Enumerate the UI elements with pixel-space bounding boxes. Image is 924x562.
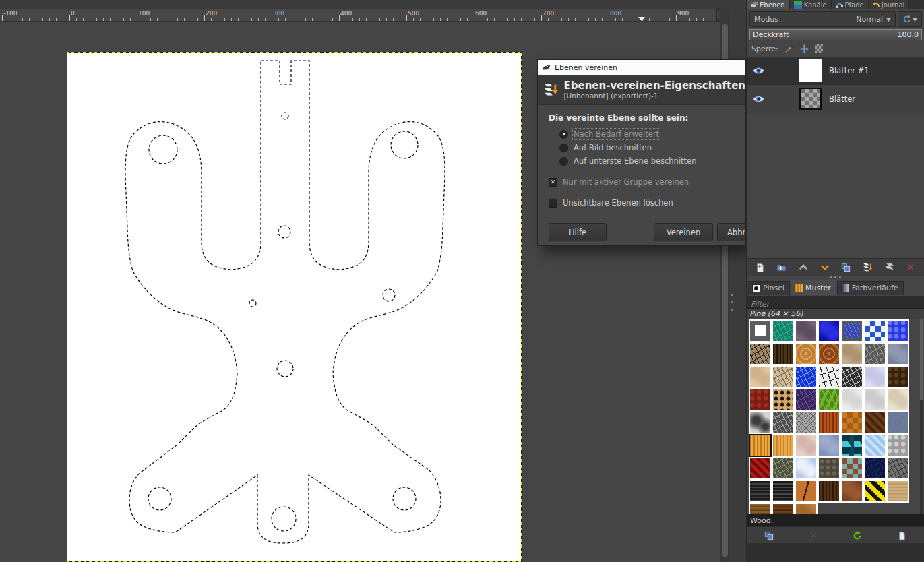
lock-position-button[interactable] xyxy=(800,44,809,53)
pattern-swatch[interactable] xyxy=(795,342,818,365)
pattern-swatch[interactable] xyxy=(772,411,795,434)
pattern-swatch[interactable] xyxy=(886,480,909,503)
tab-patterns[interactable]: Muster xyxy=(791,280,836,295)
tab-channels[interactable]: Kanäle xyxy=(790,0,832,9)
cancel-button[interactable]: Abbrechen xyxy=(717,223,746,241)
lower-layer-button[interactable] xyxy=(817,261,833,274)
checkbox-merge-within-group[interactable]: Nur mit aktiver Gruppe vereinen xyxy=(549,175,735,189)
pattern-swatch[interactable] xyxy=(818,319,840,342)
pattern-swatch[interactable] xyxy=(795,365,818,388)
tab-history[interactable]: Journal xyxy=(869,0,910,9)
checkbox-icon[interactable] xyxy=(549,199,557,208)
pattern-swatch[interactable] xyxy=(772,480,795,503)
checkbox-discard-invisible[interactable]: Unsichtbare Ebenen löschen xyxy=(549,196,735,210)
pattern-swatch[interactable] xyxy=(818,457,840,480)
duplicate-pattern-button[interactable] xyxy=(761,529,777,542)
layer-row[interactable]: Blätter xyxy=(747,85,924,113)
pattern-swatch[interactable] xyxy=(772,365,795,388)
pattern-swatch[interactable] xyxy=(840,457,863,480)
pattern-swatch[interactable] xyxy=(795,388,818,411)
tab-layers[interactable]: Ebenen xyxy=(747,0,790,9)
radio-clipped-to-image[interactable]: Auf Bild beschnitten xyxy=(559,141,735,154)
pattern-swatch[interactable] xyxy=(749,434,772,457)
pattern-swatch[interactable] xyxy=(818,388,840,411)
refresh-patterns-button[interactable] xyxy=(849,529,865,542)
pattern-swatch[interactable] xyxy=(886,411,909,434)
pattern-swatch[interactable] xyxy=(749,457,772,480)
anchor-layer-button[interactable] xyxy=(881,261,897,274)
mode-dropdown[interactable]: Modus Normal▼ xyxy=(749,11,896,27)
pattern-swatch[interactable] xyxy=(772,319,795,342)
pattern-swatch[interactable] xyxy=(749,503,772,514)
pattern-swatch[interactable] xyxy=(840,480,863,503)
pattern-swatch[interactable] xyxy=(863,365,886,388)
pattern-swatch[interactable] xyxy=(772,434,795,457)
pattern-swatch[interactable] xyxy=(749,388,772,411)
pattern-swatch[interactable] xyxy=(749,342,772,365)
pattern-swatch[interactable] xyxy=(818,411,840,434)
delete-layer-button[interactable]: ✕ xyxy=(902,261,919,274)
raise-layer-button[interactable] xyxy=(795,261,811,274)
help-button[interactable]: Hilfe xyxy=(549,223,607,241)
layer-thumbnail[interactable] xyxy=(799,88,822,110)
pattern-swatch[interactable] xyxy=(795,457,818,480)
dialog-titlebar[interactable]: Ebenen vereinen xyxy=(538,60,745,75)
layer-thumbnail[interactable] xyxy=(799,59,822,82)
pattern-swatch[interactable] xyxy=(772,503,795,514)
pattern-swatch[interactable] xyxy=(840,319,863,342)
pattern-grid-scrollbar-thumb[interactable] xyxy=(920,319,923,400)
pattern-swatch[interactable] xyxy=(840,342,863,365)
pattern-name-entry[interactable]: Wood. xyxy=(747,514,924,526)
pattern-swatch[interactable] xyxy=(840,411,863,434)
layer-name[interactable]: Blätter xyxy=(829,94,855,104)
pattern-swatch[interactable] xyxy=(818,434,840,457)
pattern-swatch[interactable] xyxy=(840,365,863,388)
pattern-swatch[interactable] xyxy=(818,365,840,388)
pattern-swatch[interactable] xyxy=(886,434,909,457)
tab-paths[interactable]: Pfade xyxy=(832,0,869,9)
pattern-swatch[interactable] xyxy=(863,342,886,365)
pattern-swatch[interactable] xyxy=(886,342,909,365)
horizontal-ruler[interactable]: -1000100200300400500600700800900 xyxy=(0,9,720,22)
pattern-swatch[interactable] xyxy=(886,457,909,480)
mode-reset-button[interactable]: ▼ xyxy=(898,11,922,27)
radio-expand-as-necessary[interactable]: Nach Bedarf erweitert xyxy=(559,127,735,141)
pattern-swatch[interactable] xyxy=(863,319,886,342)
pattern-swatch[interactable] xyxy=(863,411,886,434)
pattern-swatch[interactable] xyxy=(772,388,795,411)
pattern-swatch[interactable] xyxy=(795,319,818,342)
layer-row[interactable]: Blätter #1 xyxy=(747,57,924,85)
radio-icon[interactable] xyxy=(559,130,568,139)
radio-clipped-to-bottom-layer[interactable]: Auf unterste Ebene beschnitten xyxy=(559,154,735,168)
duplicate-layer-button[interactable] xyxy=(838,261,854,274)
open-pattern-as-image-button[interactable] xyxy=(894,529,910,542)
pattern-swatch[interactable] xyxy=(749,411,772,434)
pattern-swatch[interactable] xyxy=(772,342,795,365)
tab-brushes[interactable]: Pinsel xyxy=(748,281,790,295)
pattern-swatch[interactable] xyxy=(886,365,909,388)
radio-icon[interactable] xyxy=(559,157,568,166)
image-canvas[interactable] xyxy=(67,53,521,561)
opacity-slider[interactable]: Deckkraft 100.0 xyxy=(749,29,922,40)
pattern-swatch[interactable] xyxy=(863,388,886,411)
pattern-swatch[interactable] xyxy=(749,319,772,342)
filter-input[interactable] xyxy=(747,299,924,310)
pattern-swatch[interactable] xyxy=(795,411,818,434)
tab-gradients[interactable]: Farbverläufe xyxy=(837,281,904,295)
pattern-swatch[interactable] xyxy=(840,434,863,457)
pattern-swatch[interactable] xyxy=(818,342,840,365)
lock-paint-button[interactable] xyxy=(784,44,794,53)
radio-icon[interactable] xyxy=(559,144,568,152)
pattern-swatch[interactable] xyxy=(863,457,886,480)
lock-alpha-button[interactable] xyxy=(815,44,823,53)
new-layer-button[interactable] xyxy=(752,261,768,274)
new-layer-group-button[interactable] xyxy=(774,261,790,274)
pattern-swatch[interactable] xyxy=(863,434,886,457)
pattern-swatch[interactable] xyxy=(795,480,818,503)
pattern-grid-scrollbar[interactable] xyxy=(920,319,923,514)
visibility-toggle[interactable] xyxy=(747,67,770,75)
pattern-swatch[interactable] xyxy=(795,503,818,514)
pattern-swatch[interactable] xyxy=(886,388,909,411)
pattern-swatch[interactable] xyxy=(840,388,863,411)
layer-name[interactable]: Blätter #1 xyxy=(829,66,869,75)
